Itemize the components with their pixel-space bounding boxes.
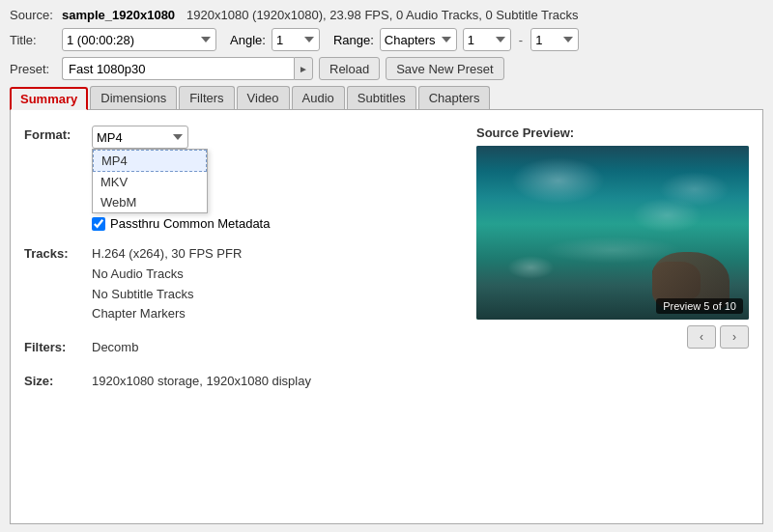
tab-video[interactable]: Video (237, 86, 290, 109)
track-line-2: No Subtitle Tracks (92, 285, 242, 305)
format-option-webm[interactable]: WebM (93, 192, 207, 212)
range-dash: - (519, 33, 523, 47)
save-new-preset-button[interactable]: Save New Preset (386, 57, 503, 80)
passthru-row: Passthru Common Metadata (92, 216, 270, 231)
title-row: Title: 1 (00:00:28) Angle: 1 Range: Chap… (10, 28, 763, 51)
format-label: Format: (24, 126, 92, 142)
preset-container: ► (62, 57, 313, 80)
tab-filters[interactable]: Filters (179, 86, 234, 109)
tracks-row: Tracks: H.264 (x264), 30 FPS PFR No Audi… (24, 244, 449, 324)
size-value: 1920x1080 storage, 1920x1080 display (92, 372, 311, 392)
preview-prev-button[interactable]: ‹ (687, 325, 716, 349)
preview-controls: ‹ › (476, 325, 749, 349)
filters-value: Decomb (92, 338, 138, 358)
tab-chapters[interactable]: Chapters (418, 86, 491, 109)
size-row: Size: 1920x1080 storage, 1920x1080 displ… (24, 372, 449, 392)
track-line-0: H.264 (x264), 30 FPS PFR (92, 244, 242, 265)
size-label: Size: (24, 372, 92, 388)
format-select[interactable]: MP4 MKV WebM (92, 126, 188, 149)
range-select[interactable]: Chapters (380, 28, 457, 51)
filters-row: Filters: Decomb (24, 338, 449, 358)
passthru-checkbox[interactable] (92, 217, 105, 231)
range-from-select[interactable]: 1 (463, 28, 511, 51)
format-option-mp4[interactable]: MP4 (93, 150, 207, 172)
track-line-3: Chapter Markers (92, 304, 242, 324)
tab-subtitles[interactable]: Subtitles (347, 86, 416, 109)
title-label: Title: (10, 33, 56, 47)
source-info: 1920x1080 (1920x1080), 23.98 FPS, 0 Audi… (186, 8, 578, 22)
angle-select[interactable]: 1 (272, 28, 320, 51)
title-select[interactable]: 1 (00:00:28) (62, 28, 216, 51)
preset-label: Preset: (10, 62, 56, 76)
source-label: Source: (10, 8, 56, 22)
source-row: Source: sample_1920x1080 1920x1080 (1920… (10, 8, 763, 22)
format-container: MP4 MKV WebM MP4 MKV WebM Passt (92, 126, 270, 231)
filters-label: Filters: (24, 338, 92, 354)
preset-input[interactable] (62, 57, 294, 80)
preview-image: Preview 5 of 10 (476, 146, 749, 320)
preview-next-button[interactable]: › (720, 325, 749, 349)
format-row: Format: MP4 MKV WebM MP4 MKV WebM (24, 126, 449, 231)
left-panel: Format: MP4 MKV WebM MP4 MKV WebM (11, 120, 463, 514)
range-label: Range: (333, 33, 374, 47)
preview-label: Source Preview: (476, 126, 749, 140)
track-line-1: No Audio Tracks (92, 265, 242, 285)
content-area: Format: MP4 MKV WebM MP4 MKV WebM (10, 110, 763, 524)
preview-badge: Preview 5 of 10 (656, 298, 743, 314)
range-to-select[interactable]: 1 (530, 28, 579, 51)
right-panel: Source Preview: Preview 5 of 10 ‹ › (463, 120, 762, 514)
passthru-label: Passthru Common Metadata (110, 216, 270, 231)
preset-arrow-button[interactable]: ► (294, 57, 313, 80)
reload-button[interactable]: Reload (319, 57, 380, 80)
tab-audio[interactable]: Audio (292, 86, 345, 109)
tabs-bar: Summary Dimensions Filters Video Audio S… (10, 86, 763, 110)
format-option-mkv[interactable]: MKV (93, 172, 207, 192)
format-dropdown-menu[interactable]: MP4 MKV WebM (92, 149, 208, 213)
tracks-label: Tracks: (24, 244, 92, 261)
main-window: Source: sample_1920x1080 1920x1080 (1920… (0, 0, 773, 532)
tracks-value: H.264 (x264), 30 FPS PFR No Audio Tracks… (92, 244, 242, 324)
preset-row: Preset: ► Reload Save New Preset (10, 57, 763, 80)
source-filename: sample_1920x1080 (62, 8, 175, 22)
format-select-wrapper: MP4 MKV WebM MP4 MKV WebM (92, 126, 270, 149)
tab-dimensions[interactable]: Dimensions (90, 86, 177, 109)
tab-summary[interactable]: Summary (10, 87, 88, 110)
angle-label: Angle: (230, 33, 266, 47)
